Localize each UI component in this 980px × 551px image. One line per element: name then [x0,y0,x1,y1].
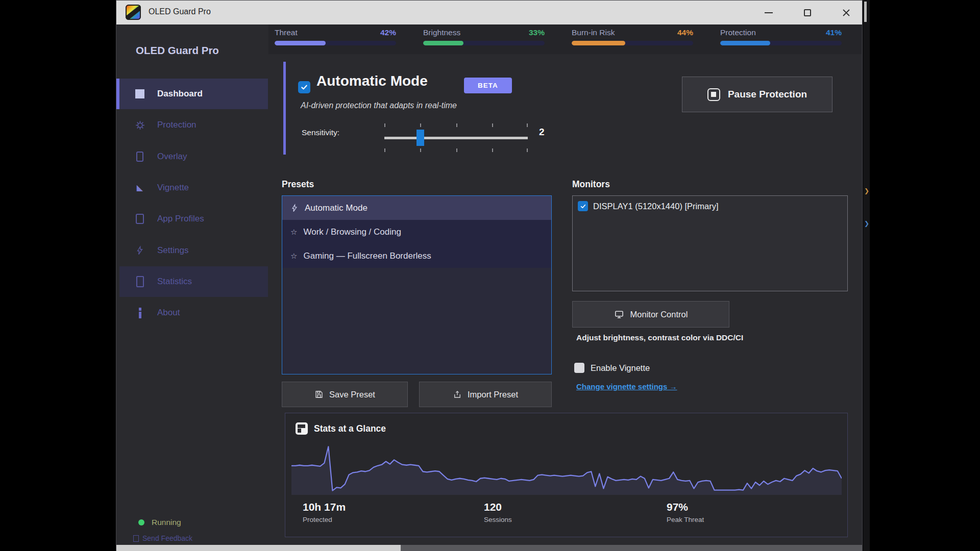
sidebar-item-label: App Profiles [157,214,204,224]
feedback-icon [133,535,139,542]
sensitivity-slider[interactable] [384,122,528,154]
metric-protected: 10h 17m Protected [303,501,346,523]
sidebar-item-label: Overlay [157,152,187,162]
maximize-button[interactable] [799,4,816,21]
window-controls [760,1,855,24]
stat-progressbar [423,41,545,45]
stat-progressbar [275,41,396,45]
close-icon [842,9,850,17]
status-running: Running [138,518,181,527]
star-icon: ☆ [290,228,297,237]
lightning-icon [133,244,146,257]
stats-panel: Stats at a Glance 10h 17m Protected 120 … [285,413,848,537]
window-title: OLED Guard Pro [149,7,211,16]
stat-threat: Threat42% [275,28,396,45]
monitors-header: Monitors [572,179,610,190]
stat-protection: Protection41% [720,28,842,45]
enable-vignette-row[interactable]: Enable Vignette [574,363,650,373]
sidebar-item-dashboard[interactable]: Dashboard [119,79,268,109]
sensitivity-label: Sensitivity: [302,128,339,137]
enable-vignette-checkbox[interactable] [574,363,584,373]
stat-burnin-risk: Burn-in Risk44% [572,28,693,45]
info-icon [133,306,146,319]
monitor-checkbox[interactable] [578,201,588,211]
stat-label: Threat [275,28,298,37]
sensitivity-value: 2 [539,127,545,138]
sidebar-item-vignette[interactable]: ◣ Vignette [119,172,268,203]
sidebar-item-label: Statistics [157,277,192,287]
sidebar-item-about[interactable]: About [119,297,268,328]
stat-value: 44% [677,28,693,37]
sidebar-item-statistics[interactable]: Statistics [119,266,268,297]
close-button[interactable] [838,4,855,21]
save-floppy-icon [314,390,324,399]
send-feedback-link[interactable]: Send Feedback [133,534,192,542]
section-accent-bar [283,62,286,155]
sidebar-item-label: Settings [157,245,188,256]
beta-badge: BETA [464,78,512,93]
sidebar-item-app-profiles[interactable]: App Profiles [119,204,268,234]
maximize-icon [804,9,811,16]
sidebar-item-label: Protection [157,120,197,130]
pause-stop-icon [707,88,720,101]
save-preset-button[interactable]: Save Preset [282,382,408,407]
presets-listbox: Automatic Mode ☆ Work / Browsing / Codin… [282,195,552,374]
gear-icon [133,118,146,132]
window-bottom-edge [116,545,401,551]
preset-item-work[interactable]: ☆ Work / Browsing / Coding [282,220,551,244]
sidebar-item-label: Vignette [157,183,189,193]
stat-brightness: Brightness33% [423,28,545,45]
monitor-icon [614,310,624,319]
automatic-mode-checkbox[interactable] [298,81,310,93]
minimize-button[interactable] [760,4,777,21]
automatic-mode-subtitle: AI-driven protection that adapts in real… [301,101,457,110]
change-vignette-settings-link[interactable]: Change vignette settings → [576,382,677,391]
vignette-triangle-icon: ◣ [133,181,146,194]
background-window-edge: ❯ ❯ [863,0,870,551]
metric-sessions: 120 Sessions [484,501,512,523]
app-window: OLED Guard Pro Threat42% Brightness33% B [116,0,863,551]
sidebar-item-label: Dashboard [157,89,203,99]
preset-item-automatic[interactable]: Automatic Mode [282,196,551,220]
top-stats-bar: Threat42% Brightness33% Burn-in Risk44% … [275,28,842,45]
window-bottom-edge [401,545,862,551]
monitor-item-display1[interactable]: DISPLAY1 (5120x1440) [Primary] [573,196,847,216]
import-preset-button[interactable]: Import Preset [419,382,552,407]
star-icon: ☆ [290,252,297,261]
metric-peak-threat: 97% Peak Threat [667,501,704,523]
stats-panel-title: Stats at a Glance [314,423,386,434]
pause-protection-button[interactable]: Pause Protection [682,77,832,112]
stat-label: Protection [720,28,756,37]
statistics-rect-icon [133,275,146,288]
sparkline-svg [291,442,842,495]
app-logo-icon [126,5,141,20]
overlay-rect-icon [133,150,146,163]
slider-thumb[interactable] [416,130,424,146]
stat-value: 42% [380,28,396,37]
minimize-icon [765,12,773,13]
stats-chart-icon [296,422,308,435]
sidebar-item-overlay[interactable]: Overlay [119,141,268,172]
chevron-icon: ❯ [864,220,869,227]
monitor-control-button[interactable]: Monitor Control [572,301,729,328]
sidebar-item-protection[interactable]: Protection [119,110,268,140]
stat-label: Burn-in Risk [572,28,615,37]
stat-label: Brightness [423,28,460,37]
stat-value: 41% [826,28,842,37]
status-label: Running [152,518,181,527]
chevron-icon: ❯ [864,188,869,194]
stat-value: 33% [529,28,545,37]
slider-track[interactable] [384,137,528,139]
stat-progressbar [720,41,842,45]
lightning-icon [290,204,299,213]
app-profiles-rect-icon [133,212,146,226]
preset-item-gaming[interactable]: ☆ Gaming — Fullscreen Borderless [282,244,551,268]
automatic-mode-title: Automatic Mode [316,73,428,89]
import-icon [453,390,462,399]
titlebar: OLED Guard Pro [116,1,862,24]
dashboard-square-icon [133,87,146,101]
ddc-note: Adjust brightness, contrast color via DD… [576,333,743,342]
stat-progressbar [572,41,693,45]
sidebar-item-settings[interactable]: Settings [119,235,268,266]
sparkline-chart [291,442,842,495]
